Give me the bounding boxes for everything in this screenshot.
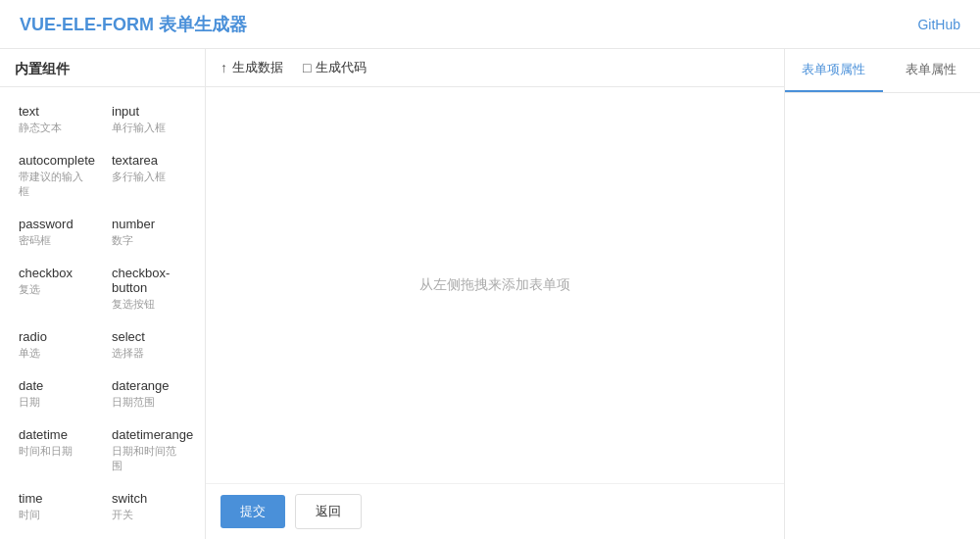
generate-data-label: 生成数据 bbox=[232, 59, 283, 76]
sidebar-item-name: autocomplete bbox=[19, 153, 90, 168]
main-content: ↑ 生成数据 □ 生成代码 从左侧拖拽来添加表单项 提交 返回 bbox=[206, 49, 784, 539]
sidebar-items-container: text静态文本input单行输入框autocomplete带建议的输入框tex… bbox=[0, 87, 205, 539]
sidebar-item-desc: 带建议的输入框 bbox=[19, 170, 90, 199]
generate-code-button[interactable]: □ 生成代码 bbox=[303, 59, 367, 76]
right-tab-1[interactable]: 表单属性 bbox=[883, 49, 981, 92]
right-tabs: 表单项属性表单属性 bbox=[785, 49, 980, 93]
return-button[interactable]: 返回 bbox=[295, 494, 362, 529]
sidebar-item-checkbox-button[interactable]: checkbox-button复选按钮 bbox=[101, 257, 194, 320]
sidebar-item-desc: 单选 bbox=[19, 346, 90, 361]
sidebar-item-password[interactable]: password密码框 bbox=[8, 208, 101, 257]
sidebar-item-desc: 复选 bbox=[19, 282, 90, 297]
sidebar-item-desc: 时间和日期 bbox=[19, 444, 90, 459]
sidebar-item-name: switch bbox=[112, 491, 183, 506]
sidebar-item-autocomplete[interactable]: autocomplete带建议的输入框 bbox=[8, 144, 101, 208]
sidebar-item-name: datetime bbox=[19, 427, 90, 442]
sidebar-item-desc: 密码框 bbox=[19, 233, 90, 248]
sidebar-item-name: input bbox=[112, 104, 183, 119]
sidebar-item-time[interactable]: time时间 bbox=[8, 482, 101, 531]
sidebar-item-desc: 数字 bbox=[112, 233, 183, 248]
sidebar-item-radio[interactable]: radio单选 bbox=[8, 320, 101, 369]
sidebar-item-text[interactable]: text静态文本 bbox=[8, 95, 101, 144]
sidebar-item-desc: 时间 bbox=[19, 508, 90, 522]
submit-button[interactable]: 提交 bbox=[220, 495, 285, 528]
github-link[interactable]: GitHub bbox=[917, 17, 960, 32]
sidebar-item-desc: 选择器 bbox=[112, 346, 183, 361]
sidebar-item-desc: 静态文本 bbox=[19, 121, 90, 135]
form-canvas: 从左侧拖拽来添加表单项 bbox=[206, 87, 784, 483]
sidebar-item-name: password bbox=[19, 217, 90, 231]
sidebar-title: 内置组件 bbox=[0, 49, 205, 87]
sidebar-item-select[interactable]: select选择器 bbox=[101, 320, 194, 369]
form-actions: 提交 返回 bbox=[206, 483, 784, 539]
sidebar-item-name: select bbox=[112, 329, 183, 344]
code-icon: □ bbox=[303, 60, 311, 75]
canvas-hint: 从左侧拖拽来添加表单项 bbox=[419, 276, 570, 294]
sidebar-item-desc: 多行输入框 bbox=[112, 170, 183, 184]
sidebar-item-name: textarea bbox=[112, 153, 183, 168]
sidebar-item-date[interactable]: date日期 bbox=[8, 369, 101, 418]
app-title: VUE-ELE-FORM 表单生成器 bbox=[20, 13, 247, 36]
sidebar-item-datetimerange[interactable]: datetimerange日期和时间范围 bbox=[101, 418, 194, 482]
sidebar-item-name: text bbox=[19, 104, 90, 119]
sidebar-item-switch[interactable]: switch开关 bbox=[101, 482, 194, 531]
sidebar-item-name: checkbox bbox=[19, 266, 90, 280]
header: VUE-ELE-FORM 表单生成器 GitHub bbox=[0, 0, 980, 49]
sidebar-item-name: checkbox-button bbox=[112, 266, 183, 295]
right-panel: 表单项属性表单属性 bbox=[784, 49, 980, 539]
generate-code-label: 生成代码 bbox=[316, 59, 367, 76]
sidebar-item-desc: 单行输入框 bbox=[112, 121, 183, 135]
sidebar-item-daterange[interactable]: daterange日期范围 bbox=[101, 369, 194, 418]
sidebar-item-datetime[interactable]: datetime时间和日期 bbox=[8, 418, 101, 482]
upload-icon: ↑ bbox=[220, 60, 227, 75]
sidebar-item-name: number bbox=[112, 217, 183, 231]
sidebar-item-desc: 日期 bbox=[19, 395, 90, 410]
sidebar-item-name: time bbox=[19, 491, 90, 506]
sidebar: 内置组件 text静态文本input单行输入框autocomplete带建议的输… bbox=[0, 49, 206, 539]
main-layout: 内置组件 text静态文本input单行输入框autocomplete带建议的输… bbox=[0, 49, 980, 539]
toolbar: ↑ 生成数据 □ 生成代码 bbox=[206, 49, 784, 87]
sidebar-item-name: datetimerange bbox=[112, 427, 183, 442]
sidebar-item-desc: 开关 bbox=[112, 508, 183, 522]
sidebar-item-name: radio bbox=[19, 329, 90, 344]
sidebar-item-name: date bbox=[19, 378, 90, 393]
sidebar-item-desc: 日期和时间范围 bbox=[112, 444, 183, 473]
sidebar-item-desc: 复选按钮 bbox=[112, 297, 183, 312]
right-tab-0[interactable]: 表单项属性 bbox=[785, 49, 883, 92]
sidebar-item-desc: 日期范围 bbox=[112, 395, 183, 410]
sidebar-item-input[interactable]: input单行输入框 bbox=[101, 95, 194, 144]
sidebar-item-number[interactable]: number数字 bbox=[101, 208, 194, 257]
sidebar-item-name: daterange bbox=[112, 378, 183, 393]
sidebar-item-checkbox[interactable]: checkbox复选 bbox=[8, 257, 101, 320]
generate-data-button[interactable]: ↑ 生成数据 bbox=[220, 59, 283, 76]
sidebar-item-textarea[interactable]: textarea多行输入框 bbox=[101, 144, 194, 208]
